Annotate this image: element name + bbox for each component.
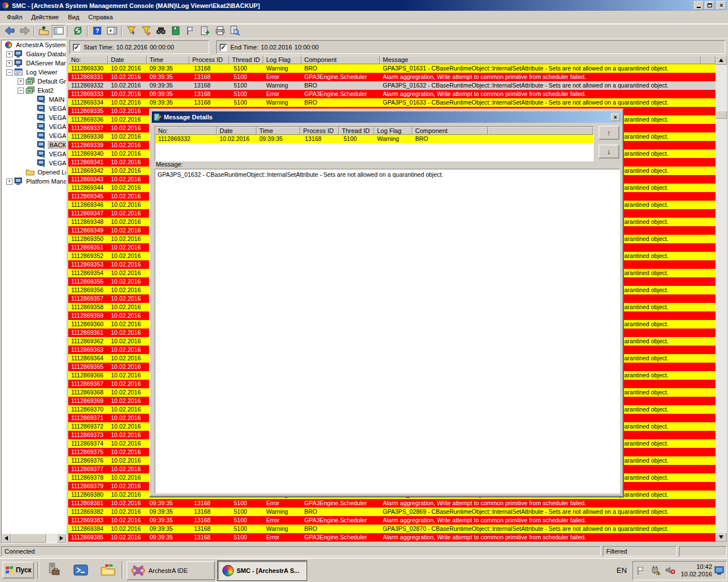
log-vertical-scrollbar[interactable]: [715, 56, 727, 542]
tree-item-log-viewer[interactable]: −Log Viewer: [2, 68, 66, 77]
end-time-checkbox[interactable]: ✓: [220, 44, 227, 51]
previous-message-button[interactable]: ↑: [598, 126, 619, 140]
menu-item-2[interactable]: Вид: [63, 12, 84, 22]
log-row[interactable]: 111286938210.02.201609:39:35131685100War…: [68, 508, 715, 516]
scroll-right-button[interactable]: [57, 534, 66, 543]
dialog-close-button[interactable]: ×: [611, 113, 620, 121]
log-row[interactable]: 111286938110.02.201609:39:35131685100Err…: [68, 499, 715, 508]
log-scroll-track[interactable]: [715, 65, 727, 533]
column-header-component[interactable]: Component: [301, 56, 380, 64]
collapse-icon[interactable]: −: [18, 88, 24, 94]
dialog-column-header-component[interactable]: Component: [412, 127, 488, 135]
column-header-thread-id[interactable]: Thread ID: [229, 56, 263, 64]
scroll-up-button[interactable]: [715, 56, 727, 65]
back-button[interactable]: [3, 25, 16, 38]
close-button[interactable]: ×: [717, 1, 726, 10]
explorer-icon[interactable]: [98, 561, 118, 579]
filter-default-button[interactable]: [125, 25, 138, 38]
column-header-log-flag[interactable]: Log Flag: [263, 56, 301, 64]
expand-icon[interactable]: +: [6, 60, 13, 66]
tree-item-vega5[interactable]: VEGA5: [2, 131, 66, 140]
expand-icon[interactable]: +: [6, 51, 13, 57]
start-button[interactable]: Пуск: [2, 562, 34, 579]
refresh-button[interactable]: [71, 25, 85, 38]
dialog-column-header-date[interactable]: Date: [217, 127, 257, 135]
dialog-record-row[interactable]: 1112869332 10.02.2016 09:39:35 13168 510…: [155, 135, 593, 143]
log-row[interactable]: 111286938310.02.201609:39:35131685100Err…: [68, 516, 715, 525]
log-scroll-thumb[interactable]: [715, 111, 727, 119]
start-time-checkbox[interactable]: ✓: [73, 44, 80, 51]
tree-item-default-gr[interactable]: +Default Gr: [2, 77, 66, 86]
expand-icon[interactable]: +: [6, 178, 13, 185]
help-button[interactable]: ?: [90, 25, 104, 38]
collapse-icon[interactable]: −: [6, 69, 13, 76]
tree-item-vega3[interactable]: VEGA3: [2, 113, 66, 122]
message-text[interactable]: GPA3PS_01632 - CBaseRuntimeObject::Inter…: [155, 169, 620, 493]
restore-button[interactable]: [705, 1, 714, 10]
volume-muted-icon[interactable]: [665, 566, 676, 576]
log-row[interactable]: 111286938510.02.201609:39:35131685100Err…: [68, 533, 715, 542]
menu-item-1[interactable]: Действие: [27, 12, 63, 22]
log-row[interactable]: 111286933210.02.201609:39:35131685100War…: [68, 81, 715, 90]
log-row[interactable]: 111286933310.02.201609:39:35131685100Err…: [68, 90, 715, 98]
scroll-left-button[interactable]: [2, 534, 11, 543]
forward-button[interactable]: [18, 25, 31, 38]
tree-item-backu[interactable]: BACKU: [2, 140, 66, 149]
log-row[interactable]: 111286933410.02.201609:39:35131685100War…: [68, 98, 715, 107]
log-row[interactable]: 111286938410.02.201609:39:35131685100War…: [68, 525, 715, 533]
mark-button[interactable]: [184, 25, 197, 38]
dialog-column-header-process-id[interactable]: Process ID: [300, 127, 339, 135]
print-preview-button[interactable]: [228, 25, 242, 38]
next-message-button[interactable]: ↓: [598, 144, 619, 159]
tree-item-opened-lo[interactable]: Opened Lo: [2, 168, 66, 177]
find-button[interactable]: [154, 25, 168, 38]
tree-item-galaxy-databa[interactable]: +Galaxy Databa: [2, 49, 66, 59]
language-indicator[interactable]: EN: [613, 563, 630, 577]
tree-item-main[interactable]: MAIN: [2, 95, 66, 104]
dialog-titlebar[interactable]: Message Details ×: [152, 111, 622, 123]
log-row[interactable]: 111286933110.02.201609:39:35131685100Err…: [68, 73, 715, 81]
dialog-column-header-time[interactable]: Time: [257, 127, 300, 135]
scroll-down-button[interactable]: [715, 533, 727, 542]
menu-item-3[interactable]: Справка: [84, 12, 117, 22]
task-button-1[interactable]: SMC - [ArchestrA S...: [218, 561, 307, 580]
hardware-warning-icon[interactable]: [650, 566, 661, 576]
tree-scroll-track[interactable]: [11, 534, 57, 543]
column-header-time[interactable]: Time: [147, 56, 189, 64]
dialog-column-header-log-flag[interactable]: Log Flag: [374, 127, 412, 135]
log-row[interactable]: 111286933010.02.201609:39:35131685100War…: [68, 64, 715, 73]
tree-item-vega6[interactable]: VEGA6: [2, 149, 66, 159]
column-header-no-[interactable]: No:: [68, 56, 108, 64]
dialog-column-header-no-[interactable]: No:: [155, 127, 217, 135]
tree-item-archestra-system[interactable]: ArchestrA System: [2, 40, 66, 49]
tree-item-vega2[interactable]: VEGA2: [2, 159, 66, 168]
tree-item-platform-mana[interactable]: +Platform Mana: [2, 177, 66, 186]
cell-date: 10.02.2016: [108, 201, 147, 209]
powershell-icon[interactable]: [71, 561, 91, 579]
expand-icon[interactable]: +: [18, 78, 24, 85]
tree-scroll-thumb[interactable]: [11, 534, 46, 543]
bookmark-button[interactable]: [169, 25, 183, 38]
show-desktop-icon[interactable]: [714, 566, 725, 575]
show-console-tree-button[interactable]: [52, 25, 65, 38]
export-list-button[interactable]: [198, 25, 212, 38]
tree-item-daserver-man[interactable]: +DAServer Man: [2, 59, 66, 68]
tree-item-vega1[interactable]: VEGA1: [2, 104, 66, 113]
minimize-button[interactable]: [694, 1, 704, 10]
flag-icon[interactable]: [636, 566, 647, 576]
column-header-message[interactable]: Message: [380, 56, 701, 64]
tree-horizontal-scrollbar[interactable]: [2, 534, 66, 543]
admin-tools-icon[interactable]: [43, 561, 64, 579]
up-one-level-button[interactable]: [37, 25, 51, 38]
column-header-process-id[interactable]: Process ID: [189, 56, 229, 64]
print-button[interactable]: [213, 25, 227, 38]
tree-item-ekat2[interactable]: −Ekat2: [2, 86, 66, 95]
column-header-date[interactable]: Date: [108, 56, 147, 64]
task-button-0[interactable]: ArchestrA IDE: [126, 561, 215, 580]
tray-clock[interactable]: 10:42 10.02.2016: [681, 563, 712, 578]
tree-item-vega4[interactable]: VEGA4: [2, 122, 66, 131]
dialog-column-header-thread-id[interactable]: Thread ID: [339, 127, 374, 135]
menu-item-0[interactable]: Файл: [2, 12, 27, 22]
show-action-pane-button[interactable]: [105, 25, 119, 38]
filter-custom-button[interactable]: [139, 25, 153, 38]
